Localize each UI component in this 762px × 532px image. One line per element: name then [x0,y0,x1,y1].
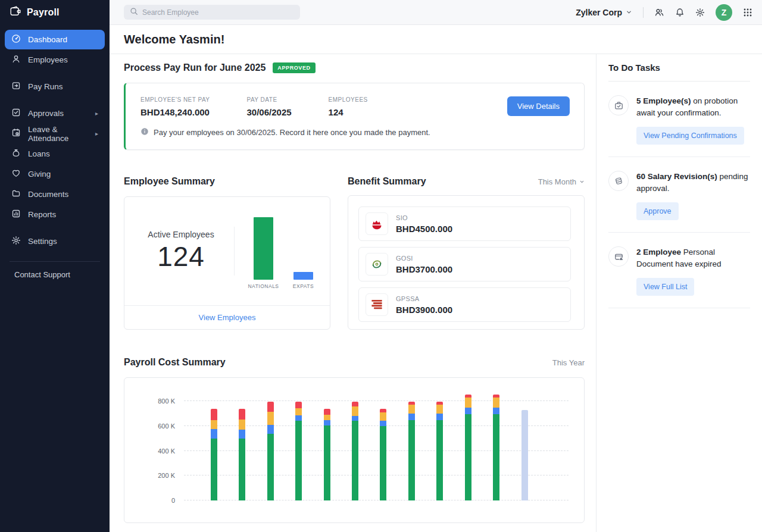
cost-bar-9[interactable] [436,402,443,500]
task-action-button[interactable]: View Pending Confirmations [636,127,744,145]
gear-icon[interactable] [695,8,705,17]
cost-bar-11[interactable] [493,395,499,500]
payrun-stats: EMPLOYEE'S NET PAYBHD148,240.000PAY DATE… [140,96,570,117]
sidebar-item-settings[interactable]: Settings [5,231,105,251]
benefit-period-dropdown[interactable]: This Month [538,177,585,186]
cost-bar-6[interactable] [352,402,358,500]
y-axis-tick: 600 K [133,422,175,430]
segment-blue [267,425,274,434]
giving-icon [11,168,21,180]
sidebar-item-label: Reports [28,210,56,219]
bar [293,272,313,280]
payrun-stat: EMPLOYEE'S NET PAYBHD148,240.000 [140,96,210,117]
cost-bar-2[interactable] [239,409,245,500]
benefit-item-gpssa[interactable]: GPSSABHD3900.000 [358,287,571,322]
segment-orange [465,398,471,408]
cost-bar-4[interactable] [295,402,302,500]
task-text-bold: 60 Salary Revision(s) [636,172,717,181]
benefit-amount: BHD3900.000 [396,305,452,315]
chevron-right-icon: ▸ [95,130,98,137]
sio-logo-icon [366,212,388,235]
benefit-summary-card: SIOBHD4500.000GOSIBHD3700.000GPSSABHD390… [348,195,585,330]
segment-blue [211,429,217,439]
sidebar-item-label: Documents [28,190,68,199]
segment-blue [380,421,386,426]
avatar[interactable]: Z [716,4,732,21]
segment-blue [408,414,415,420]
cost-bar-7[interactable] [380,409,386,500]
segment-orange [295,408,302,415]
view-details-button[interactable]: View Details [507,96,570,116]
cost-bar-1[interactable] [211,409,217,500]
cost-bar-8[interactable] [408,402,415,500]
topbar: Payroll Zylker Corp [0,0,762,25]
task-action-button[interactable]: Approve [636,202,679,220]
topbar-divider [643,7,644,18]
sidebar-item-employees[interactable]: Employees [5,50,105,70]
apps-grid-icon[interactable] [743,8,752,17]
bell-icon[interactable] [675,8,685,17]
sidebar-item-approvals[interactable]: Approvals▸ [5,104,105,123]
payrun-stat: PAY DATE30/06/2025 [247,96,292,117]
segment-orange [408,405,415,414]
segment-blue [493,408,499,414]
task-action-button[interactable]: View Full List [636,278,694,296]
segment-red [352,402,358,406]
chevron-down-icon [626,8,632,17]
segment-green [239,439,245,500]
sidebar-item-giving[interactable]: Giving [5,164,105,184]
vertical-divider [234,227,235,276]
y-axis-tick: 0 [133,496,175,505]
segment-green [436,420,443,500]
gpssa-logo-icon [366,293,388,316]
segment-orange [324,415,330,420]
contact-support-link[interactable]: Contact Support [5,262,105,287]
todo-task: 2 Employee Personal Document have expire… [608,233,750,308]
dashboard-icon [11,34,21,45]
segment-orange [436,405,443,414]
payroll-cost-chart: 0200 K400 K600 K800 K [124,377,585,523]
sidebar-item-loans[interactable]: Loans [5,144,105,164]
sidebar-item-label: Employees [28,55,68,64]
topbar-main: Zylker Corp Z [110,0,762,25]
sidebar-item-label: Giving [28,170,51,179]
sidebar-item-leave-attendance[interactable]: Leave & Attendance▸ [5,124,105,143]
segment-orange [267,412,274,425]
segment-green [324,425,330,501]
search-box[interactable] [124,5,300,20]
content: Welcome Yasmin! Process Pay Run for June… [110,25,762,532]
settings-icon [11,236,21,247]
sidebar-item-documents[interactable]: Documents [5,184,105,204]
sidebar-item-pay-runs[interactable]: Pay Runs [5,77,105,96]
search-input[interactable] [142,8,294,17]
payroll-cost-period[interactable]: This Year [552,358,585,367]
segment-blue [465,408,471,414]
cost-bar-12[interactable] [521,410,528,500]
segment-red [267,402,274,412]
segment-blue [239,430,245,439]
cost-bar-3[interactable] [267,402,274,500]
y-axis-tick: 200 K [133,471,175,480]
benefit-item-sio[interactable]: SIOBHD4500.000 [358,206,571,241]
page-title: Welcome Yasmin! [124,33,224,46]
active-employees-count: 124 [136,240,226,273]
sidebar-item-label: Loans [28,149,50,158]
cost-bar-5[interactable] [324,409,330,500]
bars-layer [184,389,569,500]
users-icon[interactable] [654,7,664,17]
benefit-item-gosi[interactable]: GOSIBHD3700.000 [358,247,571,281]
segment-orange [380,412,386,421]
segment-blue [352,416,358,421]
task-text: 60 Salary Revision(s) pending approval. [636,171,750,195]
sidebar-item-reports[interactable]: Reports [5,205,105,224]
org-switcher[interactable]: Zylker Corp [576,8,632,17]
briefcase-icon [608,95,629,115]
bar-label: NATIONALS [248,283,279,289]
employee-summary-card: Active Employees 124 NATIONALSEXPATS Vie… [124,196,330,330]
cost-bar-10[interactable] [465,395,471,500]
app-name: Payroll [27,7,60,18]
stat-label: PAY DATE [247,96,292,103]
sidebar-item-dashboard[interactable]: Dashboard [5,30,105,49]
view-employees-link[interactable]: View Employees [199,313,256,322]
leave-icon [11,128,21,139]
